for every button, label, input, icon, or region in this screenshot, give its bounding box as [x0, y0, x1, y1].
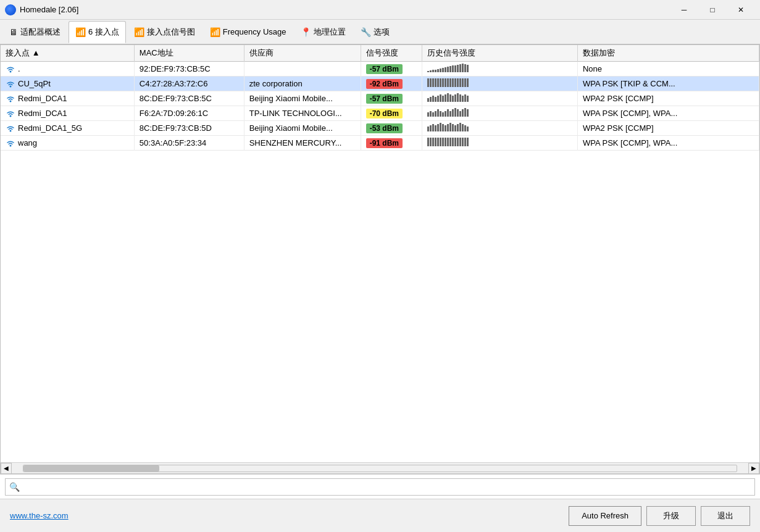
svg-rect-88 — [464, 125, 466, 131]
svg-rect-52 — [464, 94, 466, 102]
table-row[interactable]: CU_5qPt C4:27:28:A3:72:C6zte corporation… — [1, 77, 759, 91]
svg-rect-87 — [462, 124, 464, 131]
wifi-signal-icon — [6, 79, 15, 89]
table-row[interactable]: Redmi_DCA1_5G 8C:DE:F9:73:CB:5DBeijing X… — [1, 121, 759, 136]
svg-rect-40 — [435, 97, 436, 102]
svg-rect-4 — [435, 70, 436, 72]
table-row[interactable]: wang 50:3A:A0:5F:23:34SHENZHEN MERCURY..… — [1, 136, 759, 151]
svg-rect-23 — [437, 78, 439, 87]
table-row[interactable]: Redmi_DCA1 F6:2A:7D:09:26:1CTP-LINK TECH… — [1, 106, 759, 121]
table-container[interactable]: 接入点 ▲ MAC地址 供应商 信号强度 历史信号强度 数据 — [1, 45, 759, 462]
svg-rect-22 — [435, 78, 436, 87]
tab-options[interactable]: 🔧 选项 — [354, 21, 396, 43]
svg-rect-13 — [457, 65, 459, 72]
svg-rect-100 — [449, 138, 451, 146]
frequency-icon: 📶 — [210, 27, 220, 37]
auto-refresh-button[interactable]: Auto Refresh — [569, 506, 641, 526]
horizontal-scrollbar[interactable]: ◀ ▶ — [1, 462, 759, 473]
svg-rect-43 — [442, 96, 444, 102]
signal-badge: -92 dBm — [366, 79, 403, 89]
signal-badge: -57 dBm — [366, 94, 403, 104]
cell-mac: C4:27:28:A3:72:C6 — [134, 77, 244, 91]
cell-ap: Redmi_DCA1_5G — [1, 121, 134, 136]
table-row[interactable]: . 92:DE:F9:73:CB:5C-57 dBmNone — [1, 62, 759, 77]
svg-rect-68 — [459, 111, 461, 117]
close-button[interactable]: ✕ — [727, 0, 755, 20]
svg-rect-67 — [457, 109, 459, 117]
searchbar: 🔍 — [0, 474, 760, 499]
cell-history — [422, 106, 577, 121]
svg-rect-46 — [449, 94, 451, 102]
cell-history — [422, 62, 577, 77]
svg-rect-10 — [449, 66, 451, 72]
cell-vendor: TP-LINK TECHNOLOGI... — [244, 106, 361, 121]
tab-geo[interactable]: 📍 地理位置 — [294, 21, 353, 43]
svg-rect-93 — [432, 138, 434, 146]
cell-history — [422, 77, 577, 91]
svg-rect-99 — [447, 138, 449, 146]
upgrade-button[interactable]: 升级 — [646, 506, 696, 526]
svg-rect-76 — [435, 125, 436, 131]
svg-point-54 — [10, 115, 12, 117]
svg-rect-35 — [467, 78, 469, 87]
col-header-mac[interactable]: MAC地址 — [134, 45, 244, 62]
svg-rect-20 — [430, 78, 432, 87]
tab-adapter-label: 适配器概述 — [20, 27, 61, 38]
cell-mac: 50:3A:A0:5F:23:34 — [134, 136, 244, 151]
cell-vendor: Beijing Xiaomi Mobile... — [244, 91, 361, 106]
search-input[interactable] — [23, 482, 751, 491]
svg-rect-14 — [459, 64, 461, 72]
svg-rect-2 — [430, 70, 432, 72]
search-input-wrap: 🔍 — [5, 478, 755, 496]
svg-rect-41 — [437, 96, 439, 102]
tab-frequency[interactable]: 📶 Frequency Usage — [203, 21, 293, 43]
cell-signal: -92 dBm — [361, 77, 422, 91]
svg-rect-63 — [447, 109, 449, 117]
svg-rect-105 — [462, 138, 464, 146]
svg-rect-51 — [462, 96, 464, 102]
search-icon: 🔍 — [9, 482, 20, 492]
scrollbar-track[interactable] — [23, 465, 737, 472]
cell-ap: . — [1, 62, 134, 77]
cell-encrypt: WPA PSK [CCMP], WPA... — [577, 106, 759, 121]
col-header-vendor[interactable]: 供应商 — [244, 45, 361, 62]
website-link[interactable]: www.the-sz.com — [10, 511, 69, 520]
tab-access-points[interactable]: 📶 6 接入点 — [69, 21, 126, 43]
col-header-history[interactable]: 历史信号强度 — [422, 45, 577, 62]
svg-rect-102 — [454, 138, 456, 146]
cell-mac: F6:2A:7D:09:26:1C — [134, 106, 244, 121]
svg-rect-95 — [437, 138, 439, 146]
history-sparkline — [427, 123, 469, 131]
app-icon — [5, 4, 16, 15]
svg-rect-24 — [440, 78, 441, 87]
svg-rect-83 — [452, 124, 454, 131]
wifi-signal-icon — [6, 123, 15, 133]
cell-mac: 8C:DE:F9:73:CB:5D — [134, 121, 244, 136]
maximize-button[interactable]: □ — [698, 0, 727, 20]
svg-rect-75 — [432, 124, 434, 131]
svg-rect-103 — [457, 138, 459, 146]
tab-adapter[interactable]: 🖥 适配器概述 — [2, 21, 67, 43]
svg-rect-44 — [445, 94, 446, 102]
col-header-encrypt[interactable]: 数据加密 — [577, 45, 759, 62]
toolbar: 🖥 适配器概述 📶 6 接入点 📶 接入点信号图 📶 Frequency Usa… — [0, 20, 760, 44]
adapter-icon: 🖥 — [9, 27, 18, 37]
svg-rect-9 — [447, 67, 449, 72]
svg-rect-61 — [442, 112, 444, 117]
svg-rect-3 — [432, 70, 434, 72]
signal-badge: -57 dBm — [366, 64, 403, 74]
minimize-button[interactable]: ─ — [670, 0, 698, 20]
svg-rect-11 — [452, 65, 454, 72]
svg-rect-6 — [440, 69, 441, 72]
scroll-right-arrow[interactable]: ▶ — [748, 463, 759, 474]
table-row[interactable]: Redmi_DCA1 8C:DE:F9:73:CB:5CBeijing Xiao… — [1, 91, 759, 106]
col-header-ap[interactable]: 接入点 ▲ — [1, 45, 134, 62]
col-header-signal[interactable]: 信号强度 — [361, 45, 422, 62]
exit-button[interactable]: 退出 — [701, 506, 750, 526]
svg-rect-65 — [452, 109, 454, 117]
svg-rect-15 — [462, 64, 464, 72]
svg-rect-89 — [467, 127, 469, 131]
tab-signal-chart[interactable]: 📶 接入点信号图 — [127, 21, 202, 43]
scrollbar-thumb[interactable] — [23, 465, 159, 472]
scroll-left-arrow[interactable]: ◀ — [1, 463, 12, 474]
